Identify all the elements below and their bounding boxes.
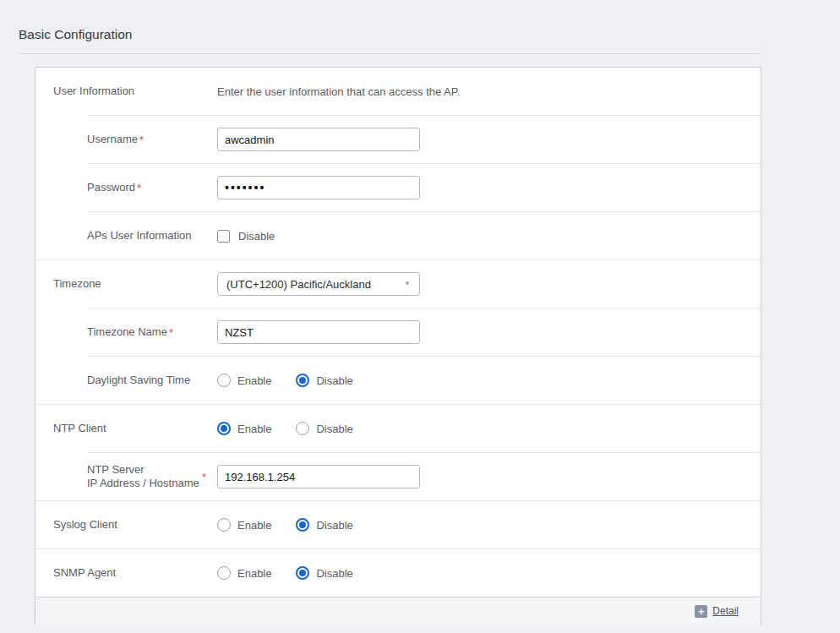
required-asterisk: *: [202, 471, 206, 483]
snmp-agent-disable-label: Disable: [316, 567, 352, 580]
title-divider: [19, 53, 761, 54]
row-syslog-client: Syslog Client Enable Disable: [35, 501, 761, 548]
daylight-saving-enable-label: Enable: [237, 374, 271, 387]
snmp-agent-disable-radio[interactable]: [296, 566, 309, 580]
user-information-label: User Information: [53, 85, 134, 98]
row-timezone-name: Timezone Name *: [35, 308, 761, 356]
daylight-saving-time-label: Daylight Saving Time: [87, 374, 190, 387]
syslog-client-label: Syslog Client: [53, 518, 117, 532]
ntp-server-label-line1: NTP Server: [87, 463, 145, 476]
caret-down-icon: ▼: [404, 281, 411, 287]
row-timezone: Timezone (UTC+1200) Pacific/Auckland ▼: [35, 260, 761, 308]
aps-user-information-label: APs User Information: [87, 229, 192, 243]
user-information-description: Enter the user information that can acce…: [217, 85, 460, 98]
ntp-client-disable-radio[interactable]: [296, 422, 309, 435]
daylight-saving-disable-label: Disable: [316, 374, 352, 387]
snmp-agent-enable-radio[interactable]: [217, 566, 231, 580]
timezone-select[interactable]: (UTC+1200) Pacific/Auckland ▼: [217, 272, 420, 296]
username-label: Username: [87, 133, 138, 146]
daylight-saving-enable-radio[interactable]: [217, 374, 231, 387]
password-label: Password: [87, 181, 135, 194]
daylight-saving-disable-radio[interactable]: [296, 374, 309, 387]
required-asterisk: *: [139, 134, 144, 146]
plus-icon: +: [695, 605, 707, 618]
syslog-client-disable-radio[interactable]: [296, 518, 309, 532]
timezone-name-input[interactable]: [217, 320, 420, 344]
row-ntp-server: NTP Server IP Address / Hostname *: [35, 453, 761, 500]
row-snmp-agent: SNMP Agent Enable Disable: [35, 549, 761, 597]
detail-link-label: Detail: [712, 605, 739, 617]
detail-link[interactable]: + Detail: [695, 605, 739, 618]
syslog-client-enable-label: Enable: [237, 519, 271, 532]
row-password: Password *: [35, 164, 761, 211]
page-title: Basic Configuration: [19, 27, 840, 42]
required-asterisk: *: [137, 182, 141, 194]
aps-user-information-disable-checkbox[interactable]: [217, 230, 230, 243]
ntp-server-input[interactable]: [217, 465, 420, 488]
ntp-server-label-line2: IP Address / Hostname: [87, 477, 199, 489]
snmp-agent-enable-label: Enable: [237, 567, 271, 580]
ntp-client-label: NTP Client: [53, 422, 106, 435]
password-input[interactable]: [217, 176, 420, 199]
username-input[interactable]: [217, 128, 420, 151]
row-username: Username *: [35, 116, 761, 163]
basic-configuration-card: User Information Enter the user informat…: [35, 67, 761, 625]
timezone-selected-value: (UTC+1200) Pacific/Auckland: [226, 278, 371, 291]
syslog-client-disable-label: Disable: [316, 519, 352, 532]
ntp-server-label: NTP Server IP Address / Hostname: [87, 463, 199, 490]
ntp-client-enable-radio[interactable]: [217, 422, 231, 435]
row-user-information: User Information Enter the user informat…: [35, 68, 761, 115]
ntp-client-enable-label: Enable: [237, 423, 271, 435]
snmp-agent-label: SNMP Agent: [53, 566, 116, 580]
required-asterisk: *: [169, 326, 173, 339]
syslog-client-enable-radio[interactable]: [217, 518, 231, 532]
timezone-name-label: Timezone Name: [87, 325, 167, 339]
row-daylight-saving-time: Daylight Saving Time Enable Disable: [35, 357, 761, 404]
ntp-client-disable-label: Disable: [316, 423, 352, 435]
timezone-label: Timezone: [53, 277, 101, 291]
card-footer: + Detail: [35, 597, 761, 625]
row-ntp-client: NTP Client Enable Disable: [35, 405, 761, 452]
row-aps-user-information: APs User Information Disable: [35, 212, 761, 259]
aps-user-information-checkbox-label: Disable: [238, 230, 275, 243]
